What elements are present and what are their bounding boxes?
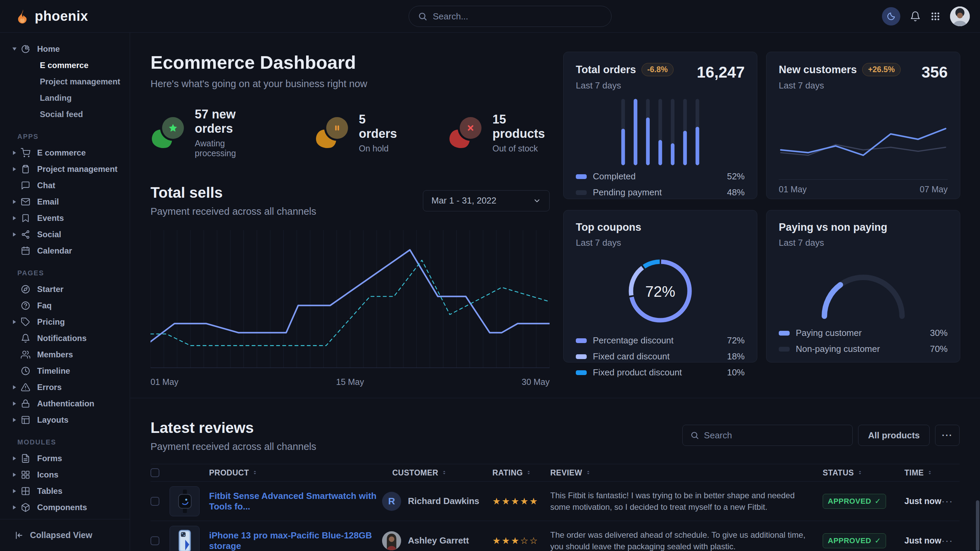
sidebar-item-label: E commerce [37, 148, 86, 157]
row-more-button[interactable]: ··· [935, 496, 959, 507]
row-more-button[interactable]: ··· [935, 535, 959, 546]
sidebar-item-landing[interactable]: Landing [0, 90, 130, 106]
status-cell: APPROVED✓ [806, 494, 884, 509]
sidebar-item-layouts[interactable]: Layouts [0, 412, 130, 428]
product-thumbnail-iphone [170, 526, 200, 551]
table-header-row: PRODUCTCUSTOMERRATINGREVIEWSTATUSTIME [151, 464, 959, 481]
sidebar-item-timeline[interactable]: Timeline [0, 363, 130, 379]
reviews-more-button[interactable]: ··· [935, 425, 959, 446]
column-header-rating[interactable]: RATING [479, 468, 537, 478]
card-period: Last 7 days [576, 238, 641, 248]
apps-grid-button[interactable] [930, 11, 940, 21]
customer-cell: RRichard Dawkins [381, 492, 479, 511]
bell-icon [910, 11, 921, 22]
sidebar-item-label: Calendar [37, 246, 72, 256]
chevron-right-icon [13, 200, 16, 204]
sidebar-item-chat[interactable]: Chat [0, 177, 130, 194]
rating-stars: ★★★★★ [479, 496, 537, 507]
reviews-search[interactable] [682, 425, 853, 446]
reviews-search-input[interactable] [704, 430, 845, 441]
sidebar-item-authentication[interactable]: Authentication [0, 395, 130, 412]
sidebar-item-email[interactable]: Email [0, 194, 130, 210]
select-all-checkbox[interactable] [151, 468, 159, 477]
sidebar-item-faq[interactable]: Faq [0, 297, 130, 314]
reviews-controls: All products ··· [682, 425, 959, 446]
sidebar-item-label: Components [37, 503, 87, 512]
date-range-select[interactable]: Mar 1 - 31, 2022 [423, 190, 550, 211]
sidebar: HomeE commerceProject managementLandingS… [0, 33, 130, 551]
review-text: The order was delivered ahead of schedul… [537, 529, 806, 551]
select-all-cell [151, 468, 170, 477]
compass-icon [21, 284, 31, 294]
sidebar-item-calendar[interactable]: Calendar [0, 243, 130, 259]
status-badge: APPROVED✓ [822, 533, 886, 548]
sidebar-section-label-apps: APPS [18, 133, 130, 141]
sidebar-item-icons[interactable]: Icons [0, 467, 130, 483]
sidebar-item-label: Social [37, 230, 61, 239]
brand[interactable]: phoenix [14, 8, 130, 24]
donut-center-label: 72% [623, 254, 698, 330]
sidebar-item-notifications[interactable]: Notifications [0, 330, 130, 346]
stat-caption: On hold [359, 144, 398, 154]
scrollbar-thumb[interactable] [976, 500, 979, 551]
search-input[interactable] [433, 11, 602, 22]
stat-caption: Awating processing [195, 138, 264, 158]
sidebar-item-project-management[interactable]: Project management [0, 161, 130, 177]
card-title: Total orders [576, 64, 636, 76]
card-title: Top coupons [576, 221, 641, 233]
table-icon [21, 486, 31, 496]
legend-label: Fixed product discount [593, 367, 682, 378]
bookmark-icon [21, 213, 31, 223]
page-title: Ecommerce Dashboard [151, 52, 550, 73]
sidebar-item-social[interactable]: Social [0, 226, 130, 243]
latest-reviews-section: Latest reviews Payment received across a… [130, 398, 980, 551]
sidebar-item-tables[interactable]: Tables [0, 483, 130, 499]
legend-item-completed: Completed52% [576, 171, 745, 182]
collapse-view-toggle[interactable]: Collapsed View [0, 519, 130, 551]
sidebar-section-label-pages: PAGES [18, 269, 130, 277]
all-products-button[interactable]: All products [858, 425, 930, 446]
column-header-customer[interactable]: CUSTOMER [381, 468, 479, 478]
product-link[interactable]: iPhone 13 pro max-Pacific Blue-128GB sto… [209, 530, 381, 551]
sidebar-item-members[interactable]: Members [0, 346, 130, 363]
stat-text: 57 new ordersAwating processing [195, 107, 264, 158]
column-header-review[interactable]: REVIEW [537, 468, 806, 478]
customer-name: Ashley Garrett [408, 535, 469, 546]
card-period: Last 7 days [779, 80, 900, 91]
legend-value: 48% [727, 187, 745, 198]
sidebar-item-project-management[interactable]: Project management [0, 73, 130, 90]
lock-icon [21, 399, 31, 408]
sidebar-item-pricing[interactable]: Pricing [0, 314, 130, 330]
column-header-status[interactable]: STATUS [806, 468, 884, 478]
grid-icon [21, 470, 31, 480]
sidebar-item-e-commerce[interactable]: E commerce [0, 57, 130, 73]
sort-icon [526, 468, 531, 478]
column-header-label: CUSTOMER [392, 468, 438, 478]
change-badge: +26.5% [862, 63, 900, 76]
sidebar-item-social-feed[interactable]: Social feed [0, 106, 130, 122]
sidebar-item-errors[interactable]: Errors [0, 379, 130, 395]
sidebar-item-forms[interactable]: Forms [0, 450, 130, 467]
row-checkbox[interactable] [151, 497, 159, 506]
user-avatar[interactable] [950, 6, 970, 26]
global-search[interactable] [409, 6, 612, 27]
customer-avatar: R [382, 492, 401, 511]
sidebar-item-e-commerce[interactable]: E commerce [0, 144, 130, 161]
kpi-cards: Total orders -6.8% Last 7 days 16,247 Co… [563, 52, 960, 387]
column-header-product[interactable]: PRODUCT [170, 468, 381, 478]
rating-stars: ★★★☆☆ [479, 535, 537, 546]
sidebar-item-events[interactable]: Events [0, 210, 130, 226]
x-icon [460, 117, 482, 139]
sidebar-item-label: Notifications [37, 333, 86, 343]
sidebar-item-components[interactable]: Components [0, 499, 130, 516]
sidebar-item-starter[interactable]: Starter [0, 281, 130, 297]
notifications-button[interactable] [910, 11, 921, 22]
theme-toggle-button[interactable] [882, 7, 900, 25]
column-header-time[interactable]: TIME [884, 468, 935, 478]
row-checkbox[interactable] [151, 537, 159, 545]
sidebar-item-home[interactable]: Home [0, 41, 130, 57]
pie-icon [21, 44, 31, 54]
chevron-right-icon [13, 418, 16, 422]
product-link[interactable]: Fitbit Sense Advanced Smartwatch with To… [209, 491, 381, 512]
stat-on-hold: 5 ordersOn hold [315, 112, 398, 154]
